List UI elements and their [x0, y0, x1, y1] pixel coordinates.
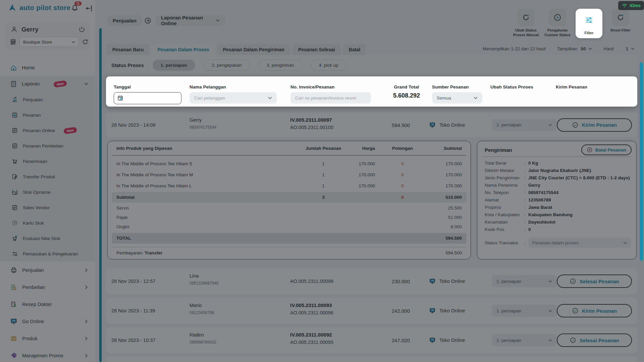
tutorial-dim-overlay [0, 0, 644, 362]
ubah-status-proses-header: Ubah Status Proses [490, 84, 533, 89]
chevron-down-icon [474, 97, 478, 99]
filter-panel: Tanggal Nama Pelanggan Cari pelanggan No… [106, 76, 637, 107]
tanggal-date-input[interactable] [114, 92, 181, 104]
sumber-pesanan-label: Sumber Pesanan [432, 84, 482, 89]
invoice-search-input[interactable] [290, 92, 371, 104]
network-latency-badge: 43ms [618, 1, 644, 10]
tanggal-value-input[interactable] [126, 93, 179, 105]
filter-sliders-icon [584, 15, 594, 25]
nama-pelanggan-placeholder: Cari pelanggan [194, 96, 225, 101]
app-root: auto pilot store 11 Gerry [0, 0, 644, 362]
kirim-pesanan-header: Kirim Pesanan [556, 84, 587, 89]
tanggal-label: Tanggal [114, 84, 181, 89]
latency-value: 43ms [630, 3, 641, 8]
toolbar-button-label: Filter [585, 31, 594, 36]
chevron-down-icon [268, 97, 272, 99]
wifi-icon [622, 3, 628, 8]
calendar-icon [117, 95, 123, 101]
nama-pelanggan-label: Nama Pelanggan [190, 84, 277, 89]
nama-pelanggan-select[interactable]: Cari pelanggan [190, 92, 277, 104]
vertical-scrollbar[interactable] [640, 62, 643, 261]
invoice-label: No. Invoice/Pesanan [290, 84, 371, 89]
sumber-pesanan-value: Semua [437, 96, 451, 101]
grand-total-value: 5.608.292 [386, 92, 427, 99]
toolbar-filter-button[interactable]: Filter [576, 9, 602, 38]
sumber-pesanan-select[interactable]: Semua [432, 92, 482, 104]
grand-total-label: Grand Total [386, 84, 427, 89]
